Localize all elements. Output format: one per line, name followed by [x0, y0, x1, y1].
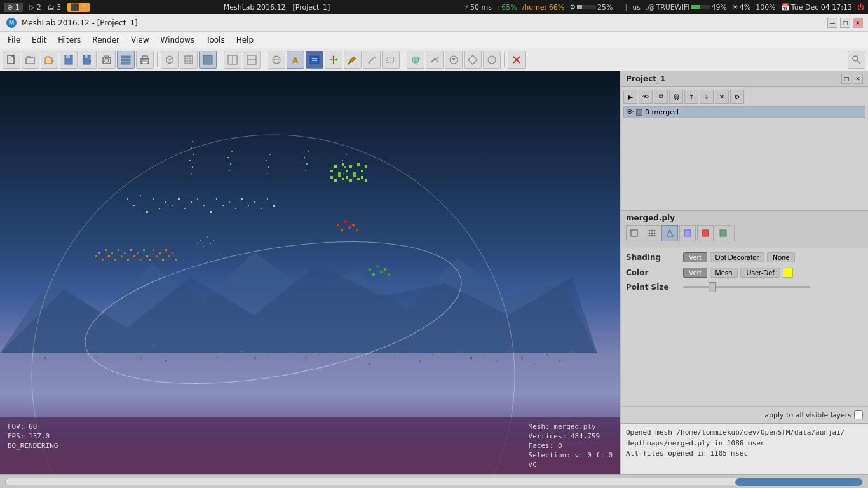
open-button[interactable] — [22, 51, 39, 69]
viewport-background — [0, 71, 620, 474]
wifi-stat: .@ TRUEWIFI 49% — [646, 3, 727, 11]
home-pct: /home: 66% — [522, 3, 565, 11]
mesh-tab-paint[interactable] — [679, 225, 696, 241]
viewport-3d[interactable]: FOV: 60 FPS: 137.0 BO_RENDERING Mesh: me… — [0, 71, 620, 474]
scrollbar-track[interactable] — [5, 478, 863, 485]
axes-btn[interactable] — [325, 51, 342, 69]
search-button[interactable] — [848, 51, 865, 69]
layer-btn[interactable] — [306, 51, 323, 69]
mesh-tab-normals[interactable] — [697, 225, 714, 241]
point-size-slider[interactable] — [683, 286, 810, 288]
split-h-btn[interactable] — [224, 51, 241, 69]
fov-value: FOV: 60 — [8, 423, 58, 431]
menu-help[interactable]: Help — [231, 34, 259, 46]
print-button[interactable] — [136, 51, 154, 69]
mesh-tab-box[interactable] — [626, 225, 642, 241]
layer-down-btn[interactable]: ↓ — [700, 90, 714, 104]
apply-all-checkbox[interactable] — [854, 410, 863, 419]
point-size-row: Point Size — [626, 283, 863, 292]
layer-settings-btn[interactable]: ⚙ — [730, 90, 744, 104]
svg-rect-4 — [26, 58, 34, 64]
project-restore-btn[interactable]: □ — [841, 74, 851, 84]
new-button[interactable] — [3, 51, 20, 69]
menu-edit[interactable]: Edit — [27, 34, 51, 46]
system-bar: ⊕ 1 ▷ 2 🗂 3 ⬛ 4 MeshLab 2016.12 - [Proje… — [0, 0, 868, 14]
layer-list: ▶ 👁 ⧉ ⛓ ↑ ↓ ✕ ⚙ 👁 0 merged — [621, 87, 868, 121]
mesh-filename: merged.ply — [626, 214, 863, 222]
shading-none-btn[interactable]: None — [767, 252, 795, 262]
close-button[interactable]: ✕ — [853, 18, 863, 28]
save-button[interactable] — [60, 51, 78, 69]
layer-copy-btn[interactable]: ⧉ — [654, 90, 668, 104]
paint-btn[interactable] — [344, 51, 362, 69]
svg-rect-29 — [203, 55, 212, 64]
color-userdef-swatch[interactable] — [783, 268, 793, 278]
svg-rect-230 — [684, 230, 691, 236]
menu-file[interactable]: File — [3, 34, 25, 46]
filter2-btn[interactable] — [464, 51, 482, 69]
layer-eye-btn[interactable]: 👁 — [639, 90, 653, 104]
delete-btn[interactable] — [508, 51, 526, 69]
maximize-button[interactable]: □ — [840, 18, 850, 28]
snapshot-button[interactable] — [98, 51, 116, 69]
workspace-2[interactable]: ▷ 2 — [29, 3, 41, 11]
shading-vert-btn[interactable]: Vert — [683, 252, 707, 262]
save-as-button[interactable]: * — [79, 51, 97, 69]
project-panel-controls[interactable]: □ ✕ — [841, 74, 863, 84]
slider-thumb[interactable] — [709, 282, 716, 292]
color-mesh-btn[interactable]: Mesh — [710, 268, 738, 278]
select-rect-btn[interactable] — [382, 51, 400, 69]
flatten-btn[interactable] — [426, 51, 444, 69]
layer-play-btn[interactable]: ▶ — [623, 90, 637, 104]
mesh-tab-points[interactable] — [644, 225, 660, 241]
scrollbar-thumb[interactable] — [735, 478, 862, 486]
sep1 — [157, 52, 158, 67]
project-close-btn[interactable]: ✕ — [853, 74, 863, 84]
type-btn[interactable]: A — [287, 51, 304, 69]
measure-btn[interactable] — [363, 51, 381, 69]
mesh-info: merged.ply — [621, 210, 868, 248]
keyboard-stat: us — [632, 3, 641, 11]
gpu-stat: ⚙ 25% — [569, 3, 613, 11]
cube-button[interactable] — [161, 51, 179, 69]
layer-up-btn[interactable]: ↑ — [684, 90, 698, 104]
minimize-button[interactable]: — — [827, 18, 837, 28]
sep5 — [504, 52, 505, 67]
fullscreen-btn[interactable] — [199, 51, 217, 69]
menu-render[interactable]: Render — [87, 34, 125, 46]
layer-delete-btn[interactable]: ✕ — [715, 90, 729, 104]
filter1-btn[interactable] — [445, 51, 463, 69]
split-v-btn[interactable] — [243, 51, 261, 69]
layer-link-btn[interactable]: ⛓ — [669, 90, 683, 104]
svg-line-21 — [166, 58, 170, 60]
menu-view[interactable]: View — [126, 34, 154, 46]
color-vert-btn[interactable]: Vert — [683, 268, 707, 278]
georef-btn[interactable]: GEOREF — [407, 51, 424, 69]
grid-btn[interactable] — [180, 51, 198, 69]
menu-tools[interactable]: Tools — [201, 34, 230, 46]
svg-text:A: A — [292, 56, 299, 65]
sep1: —| — [618, 3, 628, 11]
open-recent-button[interactable] — [41, 51, 58, 69]
color-userdef-btn[interactable]: User-Def — [740, 268, 780, 278]
menu-filters[interactable]: Filters — [53, 34, 86, 46]
window-controls[interactable]: — □ ✕ — [827, 18, 863, 28]
svg-point-13 — [105, 58, 109, 62]
info-btn[interactable]: i — [483, 51, 501, 69]
svg-rect-232 — [720, 230, 726, 236]
ws1-label: ⊕ 1 — [4, 3, 23, 12]
layer-name: 0 merged — [645, 108, 679, 116]
workspace-3[interactable]: 🗂 3 — [48, 3, 62, 11]
layers-panel-button[interactable] — [117, 51, 135, 69]
shading-label: Shading — [626, 253, 683, 262]
mesh-tab-settings[interactable] — [715, 225, 731, 241]
volume-stat: 100% — [756, 3, 775, 11]
shading-dot-btn[interactable]: Dot Decorator — [710, 252, 764, 262]
app-icon: M — [5, 17, 18, 29]
menu-windows[interactable]: Windows — [156, 34, 200, 46]
workspace-1[interactable]: ⊕ 1 — [4, 3, 23, 12]
workspace-4[interactable]: ⬛ 4 — [67, 3, 90, 12]
layer-item-merged[interactable]: 👁 0 merged — [623, 106, 865, 118]
global-view-btn[interactable] — [268, 51, 285, 69]
mesh-tab-mesh[interactable] — [661, 225, 678, 241]
